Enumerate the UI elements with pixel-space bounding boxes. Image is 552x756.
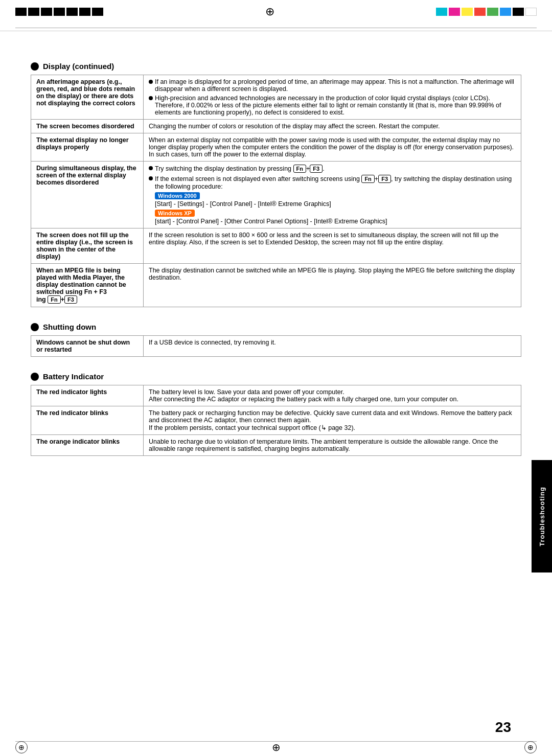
display-table: An afterimage appears (e.g., green, red,… [31, 75, 521, 307]
color-block-black [513, 8, 524, 16]
bottom-bar: ⊕ ⊕ ⊕ [0, 741, 552, 753]
display-section-header: Display (continued) [31, 62, 521, 71]
key-f3-2: F3 [378, 175, 391, 183]
reg-mark-bottom-right: ⊕ [524, 741, 537, 753]
section-bullet [31, 62, 39, 71]
win2000-path: [Start] - [Settings] - [Control Panel] -… [155, 200, 516, 208]
registration-mark-top: ⊕ [262, 4, 278, 19]
problem-cell: When an MPEG file is being played with M… [31, 264, 144, 307]
color-block-blue [500, 8, 511, 16]
bullet-text: If an image is displayed for a prolonged… [155, 78, 516, 93]
color-block-green [487, 8, 498, 16]
mpeg-key-combo: ing Fn+F3 [36, 296, 77, 303]
color-block [15, 8, 27, 16]
problem-cell: The screen becomes disordered [31, 120, 144, 133]
bullet-text: If the external screen is not displayed … [155, 175, 516, 190]
color-blocks-right [436, 8, 537, 16]
shutting-down-table: Windows cannot be shut down or restarted… [31, 335, 521, 357]
color-block [41, 8, 52, 16]
solution-cell: The display destination cannot be switch… [144, 264, 521, 307]
problem-cell: An afterimage appears (e.g., green, red,… [31, 75, 144, 120]
key-f3-3: F3 [64, 295, 77, 304]
bullet-text: High-precision and advanced technologies… [155, 95, 516, 116]
table-row: The screen becomes disordered Changing t… [31, 120, 521, 133]
bullet-dot [149, 80, 153, 84]
table-row: During simultaneous display, the screen … [31, 162, 521, 228]
color-block-magenta [449, 8, 460, 16]
windows-xp-badge: Windows XP [155, 210, 195, 217]
battery-table: The red indicator lights The battery lev… [31, 385, 521, 456]
bullet-dot [149, 96, 153, 100]
table-row: The screen does not fill up the entire d… [31, 228, 521, 264]
key-fn: Fn [293, 165, 306, 173]
color-block [92, 8, 103, 16]
solution-cell: Changing the number of colors or resolut… [144, 120, 521, 133]
table-row: The red indicator lights The battery lev… [31, 385, 521, 406]
solution-cell: If a USB device is connected, try removi… [144, 336, 521, 357]
shutting-down-section-header: Shutting down [31, 323, 521, 331]
problem-cell: The external display no longer displays … [31, 133, 144, 162]
color-block-cyan [436, 8, 447, 16]
key-fn2: Fn [361, 175, 374, 183]
winxp-path: [start] - [Control Panel] - [Other Contr… [155, 218, 516, 225]
section-bullet [31, 323, 39, 331]
battery-section-title: Battery Indicator [43, 372, 104, 381]
color-blocks-left [15, 8, 103, 16]
reg-mark-bottom-left: ⊕ [15, 741, 28, 753]
problem-cell: During simultaneous display, the screen … [31, 162, 144, 228]
problem-cell: The red indicator blinks [31, 406, 144, 435]
table-row: The orange indicator blinks Unable to re… [31, 435, 521, 456]
troubleshooting-tab: Troubleshooting [532, 460, 552, 572]
solution-line2: If the problem persists, contact your te… [149, 424, 355, 431]
color-block [79, 8, 90, 16]
table-row: Windows cannot be shut down or restarted… [31, 336, 521, 357]
solution-cell: Unable to recharge due to violation of t… [144, 435, 521, 456]
table-row: An afterimage appears (e.g., green, red,… [31, 75, 521, 120]
table-row: When an MPEG file is being played with M… [31, 264, 521, 307]
solution-cell: The battery level is low. Save your data… [144, 385, 521, 406]
color-block-yellow [462, 8, 473, 16]
problem-cell: The red indicator lights [31, 385, 144, 406]
color-block [54, 8, 65, 16]
bullet-item: High-precision and advanced technologies… [149, 95, 516, 116]
bullet-item: If an image is displayed for a prolonged… [149, 78, 516, 93]
bullet-dot [149, 176, 153, 180]
page-number: 23 [495, 719, 511, 736]
color-block [66, 8, 78, 16]
key-fn3: Fn [48, 295, 60, 304]
page: ⊕ Display (continued) An afterimage a [0, 0, 552, 756]
bullet-item: If the external screen is not displayed … [149, 175, 516, 190]
solution-line1: The battery pack or recharging function … [149, 409, 512, 424]
color-block [28, 8, 39, 16]
table-row: The red indicator blinks The battery pac… [31, 406, 521, 435]
shutting-down-title: Shutting down [43, 323, 96, 331]
bullet-item: Try switching the display destination by… [149, 165, 516, 173]
color-block-white [525, 8, 537, 16]
bullet-text: Try switching the display destination by… [155, 165, 325, 173]
battery-section-header: Battery Indicator [31, 372, 521, 381]
main-content: Display (continued) An afterimage appear… [0, 31, 552, 497]
problem-cell: The screen does not fill up the entire d… [31, 228, 144, 264]
windows-2000-badge: Windows 2000 [155, 192, 200, 199]
solution-cell: If the screen resolution is set to 800 ×… [144, 228, 521, 264]
side-tab-label: Troubleshooting [538, 487, 546, 546]
color-block-red [474, 8, 486, 16]
solution-cell: If an image is displayed for a prolonged… [144, 75, 521, 120]
display-section-title: Display (continued) [43, 62, 114, 71]
reg-mark-bottom-center: ⊕ [272, 741, 281, 753]
key-f3: F3 [310, 165, 323, 173]
problem-cell: Windows cannot be shut down or restarted [31, 336, 144, 357]
problem-cell: The orange indicator blinks [31, 435, 144, 456]
solution-cell: Try switching the display destination by… [144, 162, 521, 228]
bullet-dot [149, 166, 153, 170]
solution-line1: The battery level is low. Save your data… [149, 388, 344, 396]
solution-cell: When an external display not compatible … [144, 133, 521, 162]
section-bullet [31, 373, 39, 381]
solution-line2: After connecting the AC adaptor or repla… [149, 396, 458, 403]
solution-cell: The battery pack or recharging function … [144, 406, 521, 435]
table-row: The external display no longer displays … [31, 133, 521, 162]
